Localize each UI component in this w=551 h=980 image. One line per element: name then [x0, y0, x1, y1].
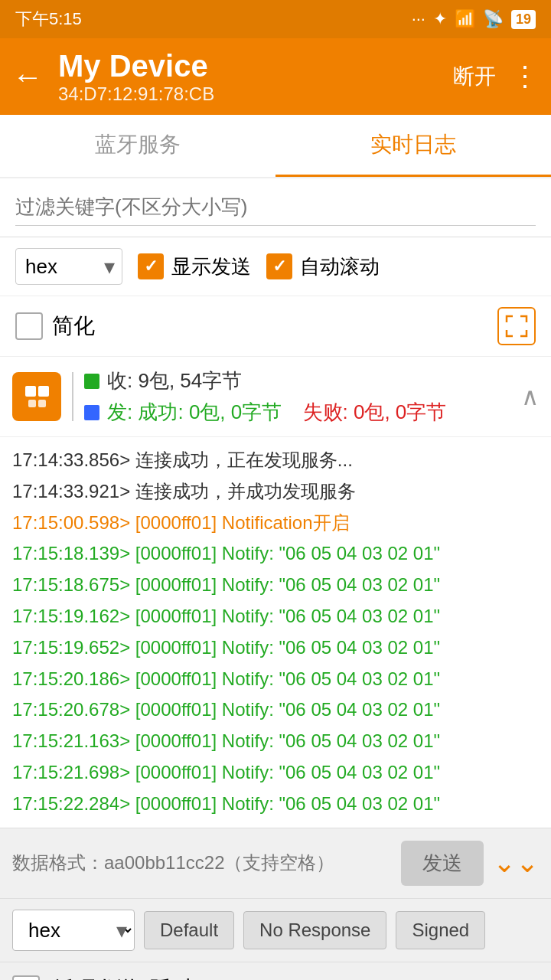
default-button[interactable]: Default — [144, 911, 234, 949]
log-area: 17:14:33.856> 连接成功，正在发现服务...17:14:33.921… — [0, 437, 551, 828]
simplify-checkbox[interactable] — [15, 312, 43, 340]
log-line: 17:15:22.284> [0000ff01] Notify: "06 05 … — [12, 789, 539, 820]
recv-dot-icon — [84, 374, 99, 389]
log-line: 17:14:33.856> 连接成功，正在发现服务... — [12, 445, 539, 476]
stats-panel: 收: 9包, 54字节 发: 成功: 0包, 0字节 失败: 0包, 0字节 ∧ — [0, 357, 551, 437]
collapse-button[interactable]: ∧ — [521, 382, 539, 411]
signed-button[interactable]: Signed — [396, 911, 485, 949]
expand-icon — [505, 315, 528, 338]
stats-recv-row: 收: 9包, 54字节 — [84, 368, 510, 394]
device-mac: 34:D7:12:91:78:CB — [58, 83, 453, 105]
disconnect-button[interactable]: 断开 — [453, 62, 496, 91]
back-button[interactable]: ← — [12, 60, 43, 94]
expand-button[interactable] — [497, 307, 536, 345]
recv-label: 收: 9包, 54字节 — [107, 368, 242, 394]
signal-bars-icon: 📶 — [455, 9, 475, 29]
log-line: 17:15:21.698> [0000ff01] Notify: "06 05 … — [12, 757, 539, 789]
loop-send-label: 循环发送 — [52, 975, 138, 980]
simplify-label: 简化 — [52, 312, 95, 341]
log-line: 17:15:00.598> [0000ff01] Notification开启 — [12, 508, 539, 539]
type-format-select[interactable]: hex text — [12, 910, 135, 951]
type-controls: hex text Default No Response Signed — [0, 898, 551, 962]
send-input[interactable] — [12, 852, 392, 874]
log-line: 17:15:19.162> [0000ff01] Notify: "06 05 … — [12, 601, 539, 632]
status-time: 下午5:15 — [15, 8, 82, 31]
filter-section — [0, 178, 551, 237]
auto-scroll-checkbox-icon — [266, 253, 292, 279]
type-select-wrapper: hex text — [12, 910, 135, 951]
show-send-checkbox[interactable]: 显示发送 — [138, 253, 251, 280]
format-select[interactable]: hex text — [15, 248, 122, 285]
send-fail-label: 失败: 0包, 0字节 — [303, 399, 447, 426]
loop-send-checkbox[interactable] — [12, 975, 40, 980]
send-success-label: 发: 成功: 0包, 0字节 — [107, 399, 282, 426]
wifi-icon: 📡 — [483, 9, 504, 29]
show-send-label: 显示发送 — [171, 253, 251, 280]
simplify-left: 简化 — [15, 312, 95, 341]
show-send-checkbox-icon — [138, 253, 164, 279]
log-line: 17:15:20.186> [0000ff01] Notify: "06 05 … — [12, 664, 539, 695]
filter-input[interactable] — [15, 189, 536, 226]
send-dot-icon — [84, 405, 99, 420]
tab-bar: 蓝牙服务 实时日志 — [0, 115, 551, 178]
stats-send-row: 发: 成功: 0包, 0字节 失败: 0包, 0字节 — [84, 399, 510, 426]
tab-realtime-log[interactable]: 实时日志 — [276, 115, 551, 177]
stats-icon — [12, 372, 61, 421]
header-actions: 断开 ⋮ — [453, 60, 539, 93]
controls-row: hex text 显示发送 自动滚动 — [0, 237, 551, 296]
send-row: 发送 ⌄⌄ — [12, 841, 539, 886]
log-line: 17:15:21.163> [0000ff01] Notify: "06 05 … — [12, 726, 539, 757]
simplify-row: 简化 — [0, 296, 551, 357]
device-title: My Device 34:D7:12:91:78:CB — [58, 49, 453, 105]
signal-dots-icon: ··· — [412, 9, 425, 29]
log-line: 17:14:33.921> 连接成功，并成功发现服务 — [12, 476, 539, 508]
log-line: 17:15:20.678> [0000ff01] Notify: "06 05 … — [12, 694, 539, 726]
device-name: My Device — [58, 49, 453, 83]
tab-bluetooth-service[interactable]: 蓝牙服务 — [0, 115, 276, 177]
send-area: 发送 ⌄⌄ — [0, 828, 551, 898]
stats-divider — [72, 372, 73, 421]
auto-scroll-checkbox[interactable]: 自动滚动 — [266, 253, 380, 280]
loop-row: 循环发送 延时(ms): — [0, 962, 551, 980]
delay-label: 延时(ms): — [150, 975, 242, 980]
auto-scroll-label: 自动滚动 — [300, 253, 380, 280]
header: ← My Device 34:D7:12:91:78:CB 断开 ⋮ — [0, 38, 551, 115]
send-button[interactable]: 发送 — [401, 841, 484, 886]
more-options-button[interactable]: ⋮ — [511, 60, 539, 93]
status-bar: 下午5:15 ··· ✦ 📶 📡 19 — [0, 0, 551, 38]
battery-indicator: 19 — [511, 10, 536, 29]
bluetooth-icon: ✦ — [433, 9, 447, 29]
delay-input[interactable] — [254, 976, 300, 980]
format-select-wrapper: hex text — [15, 248, 122, 285]
log-line: 17:15:19.652> [0000ff01] Notify: "06 05 … — [12, 632, 539, 664]
stats-info: 收: 9包, 54字节 发: 成功: 0包, 0字节 失败: 0包, 0字节 — [84, 368, 510, 426]
no-response-button[interactable]: No Response — [243, 911, 386, 949]
status-icons: ··· ✦ 📶 📡 19 — [412, 9, 536, 29]
log-line: 17:15:18.139> [0000ff01] Notify: "06 05 … — [12, 538, 539, 570]
expand-down-button[interactable]: ⌄⌄ — [493, 849, 539, 877]
log-line: 17:15:18.675> [0000ff01] Notify: "06 05 … — [12, 570, 539, 601]
